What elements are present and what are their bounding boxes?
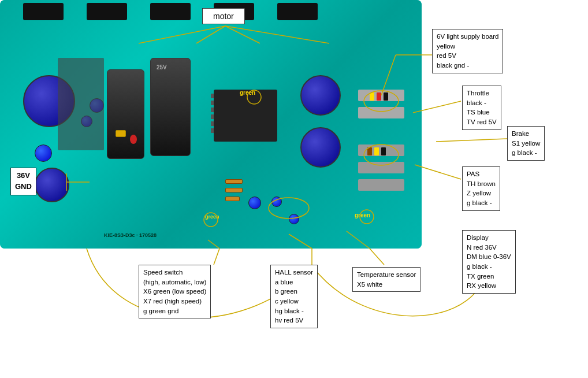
brake-label: Brake S1 yellow g black -	[507, 126, 545, 161]
throttle-label: Throttle black - TS blue TV red 5V	[462, 86, 501, 130]
temp-sensor-label: Temperature sensor X5 white	[352, 267, 420, 292]
pas-label: PAS TH brown Z yellow g black -	[462, 166, 500, 211]
svg-line-10	[415, 165, 461, 179]
svg-line-9	[436, 139, 507, 142]
svg-line-11	[214, 249, 219, 265]
36v-gnd-label: 36V GND	[10, 168, 36, 195]
speed-switch-label: Speed switch (high, automatic, low) X6 g…	[139, 265, 211, 318]
display-label: Display N red 36V DM blue 0-36V g black …	[462, 230, 516, 294]
motor-label: motor	[202, 8, 245, 24]
hall-sensor-label: HALL sensor a blue b green c yellow hg b…	[270, 265, 318, 328]
6v-light-label: 6V light supply board yellow red 5V blac…	[432, 29, 503, 73]
svg-line-15	[370, 249, 384, 265]
